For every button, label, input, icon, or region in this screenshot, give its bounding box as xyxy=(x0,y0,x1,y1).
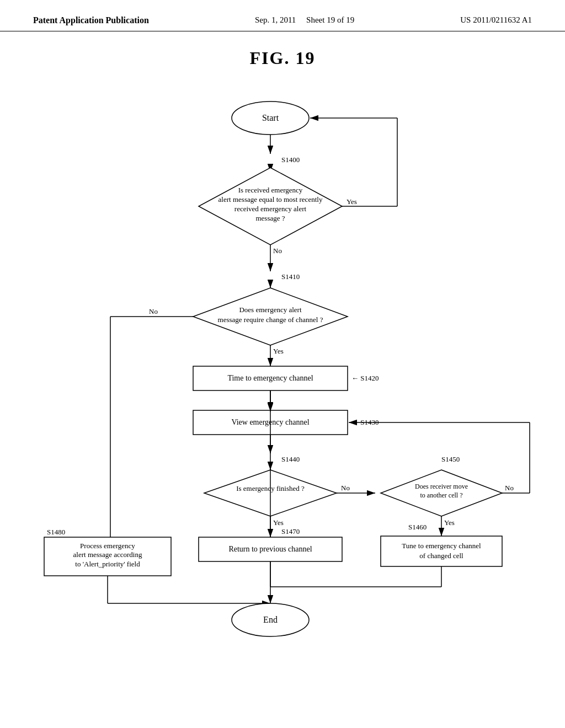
patent-number: US 2011/0211632 A1 xyxy=(460,15,532,25)
svg-text:Does receiver move: Does receiver move xyxy=(415,483,468,490)
flowchart-diagram: Start S1400 Is received emergency alert … xyxy=(0,74,565,697)
svg-text:Tune to emergency channel: Tune to emergency channel xyxy=(402,542,481,550)
svg-text:to another cell ?: to another cell ? xyxy=(420,491,463,499)
svg-text:No: No xyxy=(505,484,514,492)
figure-title: FIG. 19 xyxy=(0,48,565,68)
svg-text:S1480: S1480 xyxy=(47,528,65,536)
flowchart-svg: Start S1400 Is received emergency alert … xyxy=(0,74,565,697)
header-center: Sep. 1, 2011 Sheet 19 of 19 xyxy=(255,15,354,25)
svg-text:Return to previous channel: Return to previous channel xyxy=(228,545,312,553)
svg-text:Yes: Yes xyxy=(444,518,455,527)
publication-title: Patent Application Publication xyxy=(33,15,149,25)
svg-text:S1450: S1450 xyxy=(441,455,460,463)
sheet-info: Sheet 19 of 19 xyxy=(306,15,354,24)
svg-text:Process emergency: Process emergency xyxy=(80,542,135,550)
page-header: Patent Application Publication Sep. 1, 2… xyxy=(0,0,565,31)
svg-text:No: No xyxy=(341,484,350,492)
svg-text:S1440: S1440 xyxy=(281,455,300,463)
svg-text:No: No xyxy=(273,247,282,255)
svg-text:received emergency alert: received emergency alert xyxy=(234,205,307,213)
svg-text:Does emergency alert: Does emergency alert xyxy=(239,306,301,314)
svg-text:← S1420: ← S1420 xyxy=(351,374,379,382)
svg-text:message ?: message ? xyxy=(255,214,285,222)
svg-text:S1400: S1400 xyxy=(281,156,300,164)
svg-text:Yes: Yes xyxy=(347,197,357,206)
svg-text:alert message equal to most re: alert message equal to most recently xyxy=(218,195,323,204)
svg-text:S1460: S1460 xyxy=(408,523,427,531)
svg-text:S1410: S1410 xyxy=(281,272,300,281)
svg-text:Start: Start xyxy=(262,113,279,122)
svg-text:No: No xyxy=(149,307,158,315)
svg-text:alert message according: alert message according xyxy=(73,550,142,559)
svg-text:of changed cell: of changed cell xyxy=(419,552,463,560)
svg-text:Time to emergency channel: Time to emergency channel xyxy=(227,374,313,382)
svg-text:Is received emergency: Is received emergency xyxy=(238,186,303,194)
publication-date: Sep. 1, 2011 xyxy=(255,15,296,24)
svg-text:End: End xyxy=(263,615,278,624)
svg-text:Yes: Yes xyxy=(273,518,284,527)
svg-text:S1470: S1470 xyxy=(281,527,300,536)
svg-text:message require change of chan: message require change of channel ? xyxy=(218,315,323,324)
svg-text:Yes: Yes xyxy=(273,347,284,355)
svg-text:to 'Alert_priority' field: to 'Alert_priority' field xyxy=(75,560,140,568)
